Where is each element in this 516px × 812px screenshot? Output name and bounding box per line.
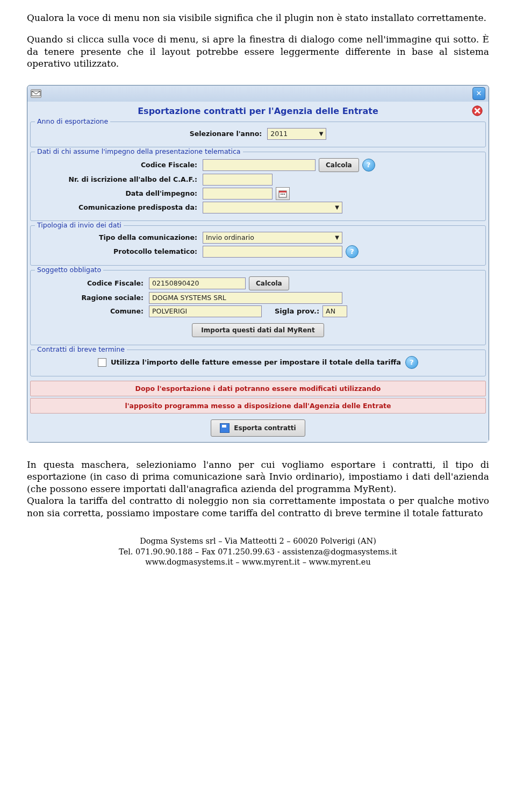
help-icon[interactable]: ? [405,356,418,369]
window-system-icon [31,89,41,98]
footer-line-3: www.dogmasystems.it – www.myrent.it – ww… [27,557,489,568]
legend-type: Tipologia di invio dei dati [35,221,124,229]
label-type: Tipo della comunicazione: [36,233,203,241]
legend-short: Contratti di breve termine [35,345,127,353]
label-caf: Nr. di iscrizione all'albo del C.A.F.: [36,175,203,183]
outro-p2: Qualora la tariffa del contratto di nole… [27,495,489,519]
label-ragione: Ragione sociale: [36,294,149,302]
svg-rect-6 [284,194,285,195]
import-myrent-button[interactable]: Importa questi dati dal MyRent [192,323,324,337]
chevron-down-icon: ▼ [319,131,324,137]
svg-rect-5 [282,194,283,195]
fieldset-short: Contratti di breve termine Utilizza l'im… [30,350,486,376]
caf-input[interactable] [203,174,273,186]
help-icon[interactable]: ? [346,245,359,258]
fieldset-presenter: Dati di chi assume l'impegno della prese… [30,152,486,221]
type-value: Invio ordinario [206,233,254,241]
short-check-label: Utilizza l'importo delle fatture emesse … [111,358,401,366]
legend-subject: Soggetto obbligato [35,266,103,274]
chevron-down-icon: ▼ [335,204,339,210]
svg-rect-3 [279,191,286,193]
type-select[interactable]: Invio ordinario ▼ [203,232,342,244]
short-checkbox[interactable] [98,358,106,367]
outro-p1: In questa maschera, selezioniamo l'anno … [27,459,489,495]
comm-select[interactable]: ▼ [203,202,342,213]
cf-input[interactable] [203,159,316,171]
label-proto: Protocollo telematico: [36,247,203,255]
subj-cf-input[interactable] [149,277,246,289]
sigla-input[interactable] [322,305,347,317]
footer-line-1: Dogma Systems srl – Via Matteotti 2 – 60… [27,536,489,547]
export-button[interactable]: Esporta contratti [211,419,305,437]
dialog-title: Esportazione contratti per l'Agenzia del… [138,106,378,116]
fieldset-year: Anno di esportazione Selezionare l'anno:… [30,122,486,147]
year-value: 2011 [270,130,288,138]
intro-text: Qualora la voce di menu non sia visibile… [27,12,489,70]
legend-year: Anno di esportazione [35,117,110,125]
page-footer: Dogma Systems srl – Via Matteotti 2 – 60… [27,536,489,568]
fieldset-type: Tipologia di invio dei dati Tipo della c… [30,225,486,266]
svg-rect-4 [281,194,282,195]
label-year: Selezionare l'anno: [190,130,268,138]
label-cf: Codice Fiscale: [36,161,203,169]
intro-p1: Qualora la voce di menu non sia visibile… [27,12,489,24]
calcola-button[interactable]: Calcola [319,158,359,172]
window-close-button[interactable]: ✕ [472,87,485,100]
dialog-close-icon[interactable] [471,105,483,117]
comune-input[interactable] [149,305,262,317]
label-comune: Comune: [36,307,149,315]
legend-presenter: Dati di chi assume l'impegno della prese… [35,147,243,155]
window-frame: ✕ Esportazione contratti per l'Agenzia d… [27,85,489,443]
help-icon[interactable]: ? [362,159,375,172]
chevron-down-icon: ▼ [335,234,339,240]
dialog-screenshot: ✕ Esportazione contratti per l'Agenzia d… [27,85,489,443]
info-banner-2: l'apposito programma messo a disposizion… [30,398,486,414]
label-subj-cf: Codice Fiscale: [36,279,149,287]
label-sigla: Sigla prov.: [275,307,319,315]
proto-input[interactable] [203,246,342,258]
ragione-input[interactable] [149,292,342,304]
intro-p2: Quando si clicca sulla voce di menu, si … [27,33,489,69]
outro-text: In questa maschera, selezioniamo l'anno … [27,459,489,519]
fieldset-subject: Soggetto obbligato Codice Fiscale: Calco… [30,270,486,345]
label-comm: Comunicazione predisposta da: [36,203,203,211]
year-select[interactable]: 2011 ▼ [267,128,326,140]
save-icon [220,423,230,433]
calendar-button[interactable] [276,187,290,200]
info-banner-1: Dopo l'esportazione i dati potranno esse… [30,381,486,396]
label-date: Data dell'impegno: [36,189,203,197]
date-input[interactable] [203,188,273,200]
footer-line-2: Tel. 071.90.90.188 – Fax 071.250.99.63 -… [27,547,489,558]
subj-calcola-button[interactable]: Calcola [249,276,289,290]
window-titlebar: ✕ [27,86,489,102]
